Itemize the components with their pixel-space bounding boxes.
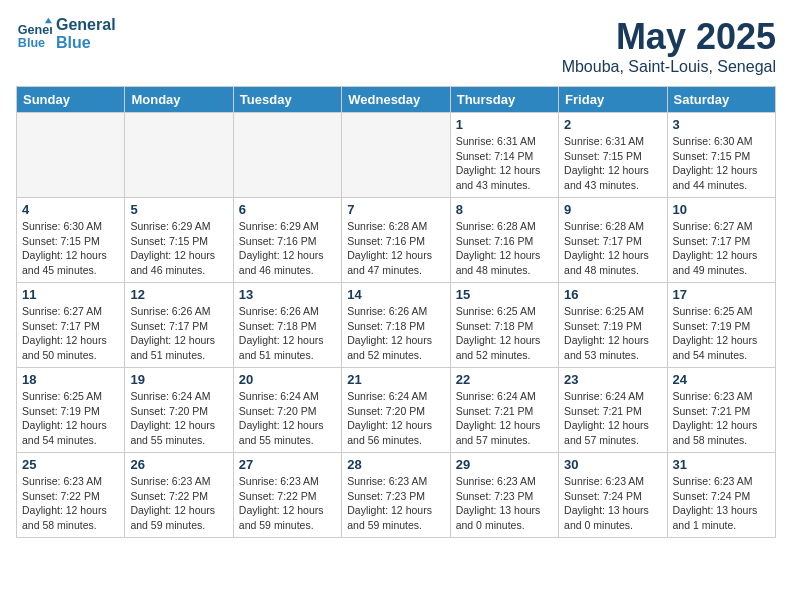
day-number: 24	[673, 372, 770, 387]
day-number: 12	[130, 287, 227, 302]
day-number: 3	[673, 117, 770, 132]
calendar-cell: 7Sunrise: 6:28 AM Sunset: 7:16 PM Daylig…	[342, 198, 450, 283]
calendar-cell: 16Sunrise: 6:25 AM Sunset: 7:19 PM Dayli…	[559, 283, 667, 368]
day-number: 14	[347, 287, 444, 302]
calendar-cell: 27Sunrise: 6:23 AM Sunset: 7:22 PM Dayli…	[233, 453, 341, 538]
day-info: Sunrise: 6:25 AM Sunset: 7:18 PM Dayligh…	[456, 304, 553, 363]
day-number: 22	[456, 372, 553, 387]
day-number: 18	[22, 372, 119, 387]
day-info: Sunrise: 6:24 AM Sunset: 7:21 PM Dayligh…	[456, 389, 553, 448]
day-number: 21	[347, 372, 444, 387]
calendar-cell: 5Sunrise: 6:29 AM Sunset: 7:15 PM Daylig…	[125, 198, 233, 283]
calendar-cell: 11Sunrise: 6:27 AM Sunset: 7:17 PM Dayli…	[17, 283, 125, 368]
day-number: 29	[456, 457, 553, 472]
weekday-header-saturday: Saturday	[667, 87, 775, 113]
calendar-cell: 23Sunrise: 6:24 AM Sunset: 7:21 PM Dayli…	[559, 368, 667, 453]
day-number: 23	[564, 372, 661, 387]
logo-text-line1: General	[56, 16, 116, 34]
day-info: Sunrise: 6:29 AM Sunset: 7:16 PM Dayligh…	[239, 219, 336, 278]
logo-text-line2: Blue	[56, 34, 116, 52]
day-info: Sunrise: 6:23 AM Sunset: 7:22 PM Dayligh…	[22, 474, 119, 533]
calendar-cell: 17Sunrise: 6:25 AM Sunset: 7:19 PM Dayli…	[667, 283, 775, 368]
calendar-cell: 15Sunrise: 6:25 AM Sunset: 7:18 PM Dayli…	[450, 283, 558, 368]
calendar-cell: 4Sunrise: 6:30 AM Sunset: 7:15 PM Daylig…	[17, 198, 125, 283]
day-number: 16	[564, 287, 661, 302]
day-number: 7	[347, 202, 444, 217]
weekday-header-row: SundayMondayTuesdayWednesdayThursdayFrid…	[17, 87, 776, 113]
day-info: Sunrise: 6:28 AM Sunset: 7:17 PM Dayligh…	[564, 219, 661, 278]
calendar-cell: 2Sunrise: 6:31 AM Sunset: 7:15 PM Daylig…	[559, 113, 667, 198]
calendar-cell: 30Sunrise: 6:23 AM Sunset: 7:24 PM Dayli…	[559, 453, 667, 538]
calendar-cell: 12Sunrise: 6:26 AM Sunset: 7:17 PM Dayli…	[125, 283, 233, 368]
day-number: 26	[130, 457, 227, 472]
calendar-cell: 9Sunrise: 6:28 AM Sunset: 7:17 PM Daylig…	[559, 198, 667, 283]
day-info: Sunrise: 6:28 AM Sunset: 7:16 PM Dayligh…	[456, 219, 553, 278]
calendar-cell: 3Sunrise: 6:30 AM Sunset: 7:15 PM Daylig…	[667, 113, 775, 198]
day-info: Sunrise: 6:25 AM Sunset: 7:19 PM Dayligh…	[673, 304, 770, 363]
week-row-2: 4Sunrise: 6:30 AM Sunset: 7:15 PM Daylig…	[17, 198, 776, 283]
week-row-4: 18Sunrise: 6:25 AM Sunset: 7:19 PM Dayli…	[17, 368, 776, 453]
calendar-cell: 20Sunrise: 6:24 AM Sunset: 7:20 PM Dayli…	[233, 368, 341, 453]
day-info: Sunrise: 6:23 AM Sunset: 7:22 PM Dayligh…	[239, 474, 336, 533]
day-number: 4	[22, 202, 119, 217]
calendar-cell: 8Sunrise: 6:28 AM Sunset: 7:16 PM Daylig…	[450, 198, 558, 283]
calendar-cell: 1Sunrise: 6:31 AM Sunset: 7:14 PM Daylig…	[450, 113, 558, 198]
day-number: 6	[239, 202, 336, 217]
calendar-cell: 13Sunrise: 6:26 AM Sunset: 7:18 PM Dayli…	[233, 283, 341, 368]
day-number: 27	[239, 457, 336, 472]
calendar-cell: 28Sunrise: 6:23 AM Sunset: 7:23 PM Dayli…	[342, 453, 450, 538]
calendar-cell: 19Sunrise: 6:24 AM Sunset: 7:20 PM Dayli…	[125, 368, 233, 453]
calendar-cell: 31Sunrise: 6:23 AM Sunset: 7:24 PM Dayli…	[667, 453, 775, 538]
day-info: Sunrise: 6:26 AM Sunset: 7:17 PM Dayligh…	[130, 304, 227, 363]
calendar-cell: 21Sunrise: 6:24 AM Sunset: 7:20 PM Dayli…	[342, 368, 450, 453]
weekday-header-tuesday: Tuesday	[233, 87, 341, 113]
day-number: 9	[564, 202, 661, 217]
calendar-cell: 22Sunrise: 6:24 AM Sunset: 7:21 PM Dayli…	[450, 368, 558, 453]
calendar-cell: 25Sunrise: 6:23 AM Sunset: 7:22 PM Dayli…	[17, 453, 125, 538]
weekday-header-friday: Friday	[559, 87, 667, 113]
day-info: Sunrise: 6:26 AM Sunset: 7:18 PM Dayligh…	[347, 304, 444, 363]
day-info: Sunrise: 6:23 AM Sunset: 7:22 PM Dayligh…	[130, 474, 227, 533]
calendar-cell: 18Sunrise: 6:25 AM Sunset: 7:19 PM Dayli…	[17, 368, 125, 453]
logo-icon: General Blue	[16, 16, 52, 52]
day-number: 25	[22, 457, 119, 472]
header: General Blue General Blue May 2025 Mboub…	[16, 16, 776, 76]
day-number: 5	[130, 202, 227, 217]
day-info: Sunrise: 6:25 AM Sunset: 7:19 PM Dayligh…	[564, 304, 661, 363]
calendar-cell	[233, 113, 341, 198]
logo: General Blue General Blue	[16, 16, 116, 52]
weekday-header-sunday: Sunday	[17, 87, 125, 113]
day-info: Sunrise: 6:27 AM Sunset: 7:17 PM Dayligh…	[22, 304, 119, 363]
day-info: Sunrise: 6:25 AM Sunset: 7:19 PM Dayligh…	[22, 389, 119, 448]
day-info: Sunrise: 6:24 AM Sunset: 7:21 PM Dayligh…	[564, 389, 661, 448]
day-info: Sunrise: 6:23 AM Sunset: 7:24 PM Dayligh…	[564, 474, 661, 533]
day-number: 13	[239, 287, 336, 302]
day-number: 1	[456, 117, 553, 132]
calendar-cell: 6Sunrise: 6:29 AM Sunset: 7:16 PM Daylig…	[233, 198, 341, 283]
calendar-cell: 10Sunrise: 6:27 AM Sunset: 7:17 PM Dayli…	[667, 198, 775, 283]
day-number: 28	[347, 457, 444, 472]
calendar-cell: 24Sunrise: 6:23 AM Sunset: 7:21 PM Dayli…	[667, 368, 775, 453]
day-number: 17	[673, 287, 770, 302]
weekday-header-thursday: Thursday	[450, 87, 558, 113]
calendar-cell	[17, 113, 125, 198]
day-info: Sunrise: 6:27 AM Sunset: 7:17 PM Dayligh…	[673, 219, 770, 278]
day-number: 20	[239, 372, 336, 387]
day-info: Sunrise: 6:24 AM Sunset: 7:20 PM Dayligh…	[347, 389, 444, 448]
day-number: 2	[564, 117, 661, 132]
day-info: Sunrise: 6:28 AM Sunset: 7:16 PM Dayligh…	[347, 219, 444, 278]
day-info: Sunrise: 6:24 AM Sunset: 7:20 PM Dayligh…	[239, 389, 336, 448]
day-info: Sunrise: 6:29 AM Sunset: 7:15 PM Dayligh…	[130, 219, 227, 278]
day-info: Sunrise: 6:30 AM Sunset: 7:15 PM Dayligh…	[673, 134, 770, 193]
calendar-cell: 29Sunrise: 6:23 AM Sunset: 7:23 PM Dayli…	[450, 453, 558, 538]
calendar-cell	[342, 113, 450, 198]
calendar-cell	[125, 113, 233, 198]
day-number: 19	[130, 372, 227, 387]
day-info: Sunrise: 6:23 AM Sunset: 7:23 PM Dayligh…	[456, 474, 553, 533]
day-info: Sunrise: 6:23 AM Sunset: 7:21 PM Dayligh…	[673, 389, 770, 448]
weekday-header-wednesday: Wednesday	[342, 87, 450, 113]
day-number: 8	[456, 202, 553, 217]
month-title: May 2025	[562, 16, 776, 58]
svg-text:Blue: Blue	[18, 36, 45, 50]
day-number: 10	[673, 202, 770, 217]
